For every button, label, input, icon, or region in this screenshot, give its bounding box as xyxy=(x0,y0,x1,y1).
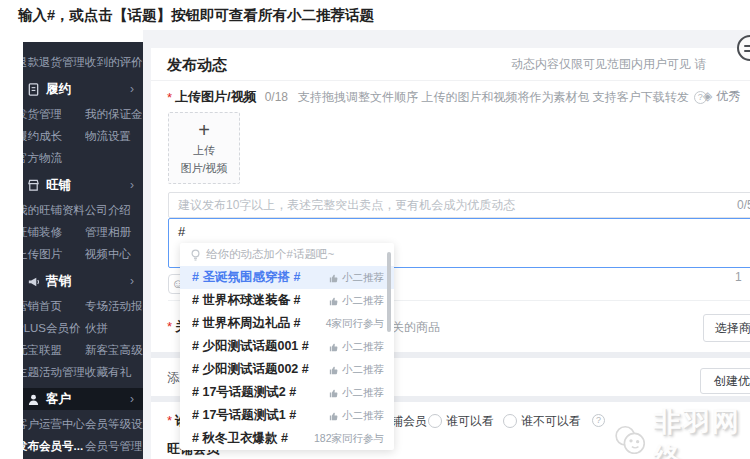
sidebar-item-customer-ops[interactable]: 客户运营中心 xyxy=(23,417,85,432)
sidebar-row: 上传图片 视频中心 xyxy=(23,243,143,265)
sidebar-row: 客户运营中心 会员等级设置 xyxy=(23,413,143,435)
topic-option[interactable]: # 圣诞氛围感穿搭 # 小二推荐 xyxy=(180,266,394,289)
chevron-right-icon: › xyxy=(130,178,134,192)
required-asterisk: * xyxy=(167,314,172,340)
question-circle-icon[interactable]: ? xyxy=(592,414,605,427)
summary-input[interactable]: 建议发布10字以上，表述完整突出卖点，更有机会成为优质动态 0/500 xyxy=(168,192,750,218)
topic-option[interactable]: # 少阳测试话题001 # 小二推荐 xyxy=(180,335,394,358)
radio-who-can-see[interactable] xyxy=(428,414,442,428)
sidebar-item-refund-manage[interactable]: 退款退货管理 xyxy=(23,55,85,70)
watermark: 非羽网络 xyxy=(612,404,750,459)
sidebar-section-shop[interactable]: 旺铺 › xyxy=(23,174,143,196)
sidebar-item-theme-activity[interactable]: 主题活动管理 xyxy=(23,365,85,380)
sidebar-row: 发布会员号... 会员号管理 xyxy=(23,435,143,457)
watermark-logo-icon xyxy=(612,418,650,459)
topic-option[interactable]: # 世界杯周边礼品 # 4家同行参与 xyxy=(180,312,394,335)
sidebar-item-deposit[interactable]: 我的保证金 xyxy=(85,107,143,122)
sidebar-item-shop-decor[interactable]: 旺铺装修 xyxy=(23,225,85,240)
person-icon xyxy=(27,393,40,406)
sidebar-item-album-manage[interactable]: 管理相册 xyxy=(85,225,143,240)
thumb-up-icon xyxy=(329,388,339,398)
sidebar-row: 旺铺装修 管理相册 xyxy=(23,221,143,243)
radio-label-who-cannot-see[interactable]: 谁不可以看 xyxy=(521,408,581,434)
plus-icon: + xyxy=(198,120,210,140)
sidebar-item-member-level[interactable]: 会员等级设置 xyxy=(85,417,143,432)
thumb-up-icon xyxy=(329,365,339,375)
sidebar-item-favorite-gift[interactable]: 收藏有礼 xyxy=(85,365,143,380)
thumb-up-icon xyxy=(329,342,339,352)
content-value: # xyxy=(178,224,185,239)
sidebar-row: 元宝联盟 新客宝高级版 xyxy=(23,339,143,361)
sidebar-item-upload-image[interactable]: 上传图片 xyxy=(23,247,85,262)
sidebar-item-official-logistics[interactable]: 官方物流 xyxy=(23,151,85,166)
sidebar-item-received-reviews[interactable]: 收到的评价 xyxy=(85,55,143,70)
upload-count: 0/18 xyxy=(265,90,288,104)
card-header: 发布动态 动态内容仅限可见范围内用户可见 请 xyxy=(151,48,750,81)
sidebar-item-newcustomer-pro[interactable]: 新客宝高级版 xyxy=(85,343,143,358)
sidebar-row: PLUS会员价 伙拼 xyxy=(23,317,143,339)
sidebar-item-yuanbao-alliance[interactable]: 元宝联盟 xyxy=(23,343,85,358)
thumb-up-icon xyxy=(329,296,339,306)
upload-section-header: * 上传图片/视频 0/18 支持拖拽调整文件顺序 上传的图片和视频将作为素材包… xyxy=(167,88,707,106)
topic-suggestion-dropdown: 给你的动态加个#话题吧~ # 圣诞氛围感穿搭 # 小二推荐 # 世界杯球迷装备 … xyxy=(180,243,394,450)
topic-option[interactable]: # 17号话题测试2 # 小二推荐 xyxy=(180,381,394,404)
chevron-right-icon: › xyxy=(130,392,134,406)
chevron-right-icon: › xyxy=(130,274,134,288)
diamond-icon: ◈ xyxy=(703,89,712,103)
sidebar-nav: 退款退货管理 收到的评价 履约 › 发货管理 我的保证金 履约成长 物流设置 官… xyxy=(23,42,143,459)
topic-option[interactable]: # 少阳测试话题002 # 小二推荐 xyxy=(180,358,394,381)
thumb-up-icon xyxy=(329,411,339,421)
required-asterisk: * xyxy=(167,408,172,434)
upload-hint: 支持拖拽调整文件顺序 上传的图片和视频将作为素材包 支持客户下载转发 xyxy=(298,89,689,106)
upload-box-text: 图片/视频 xyxy=(180,161,227,176)
sidebar-item-company-intro[interactable]: 公司介绍 xyxy=(85,203,143,218)
sidebar-item-event-signup[interactable]: 专场活动报名 xyxy=(85,299,143,314)
excellent-badge[interactable]: ◈优秀 xyxy=(703,88,740,105)
megaphone-icon xyxy=(27,275,40,288)
sidebar-item-logistics-settings[interactable]: 物流设置 xyxy=(85,129,143,144)
dropdown-tip: 给你的动态加个#话题吧~ xyxy=(180,243,394,266)
sidebar-item-fulfillment-growth[interactable]: 履约成长 xyxy=(23,129,85,144)
sidebar-section-marketing[interactable]: 营销 › xyxy=(23,270,143,292)
sidebar-section-customer[interactable]: 客户 › xyxy=(23,388,143,410)
content-char-count: 1 xyxy=(735,270,742,284)
radio-label-who-can-see[interactable]: 谁可以看 xyxy=(446,408,494,434)
sidebar-item-member-account-manage[interactable]: 会员号管理 xyxy=(85,439,143,454)
thumb-up-icon xyxy=(329,273,339,283)
topic-option[interactable]: # 17号话题测试1 # 小二推荐 xyxy=(180,404,394,427)
sidebar-section-fulfillment[interactable]: 履约 › xyxy=(23,78,143,100)
sidebar-section-label: 营销 xyxy=(46,273,71,290)
sidebar-section-label: 旺铺 xyxy=(46,177,71,194)
sidebar-section-label: 客户 xyxy=(46,391,71,408)
contract-icon xyxy=(27,83,40,96)
topic-option[interactable]: # 世界杯球迷装备 # 小二推荐 xyxy=(180,289,394,312)
lightbulb-icon xyxy=(190,249,201,261)
summary-placeholder: 建议发布10字以上，表述完整突出卖点，更有机会成为优质动态 xyxy=(178,193,515,217)
sidebar-item-publish-member-feed[interactable]: 发布会员号... xyxy=(23,439,85,454)
topic-option[interactable]: # 秋冬卫衣爆款 # 182家同行参与 xyxy=(180,427,394,450)
sidebar-item-video-center[interactable]: 视频中心 xyxy=(85,247,143,262)
sidebar-row: 营销首页 专场活动报名 xyxy=(23,295,143,317)
sidebar-row: 发货管理 我的保证金 xyxy=(23,103,143,125)
sidebar-row: 官方物流 xyxy=(23,147,143,169)
dropdown-scrollbar[interactable] xyxy=(387,252,391,332)
sidebar-item-marketing-home[interactable]: 营销首页 xyxy=(23,299,85,314)
sidebar-row: 履约成长 物流设置 xyxy=(23,125,143,147)
sidebar-section-label: 履约 xyxy=(46,81,71,98)
create-coupon-button[interactable]: 创建优惠券 xyxy=(700,368,750,394)
chevron-right-icon: › xyxy=(130,82,134,96)
shop-icon xyxy=(27,179,40,192)
page-title: 发布动态 xyxy=(167,48,227,81)
upload-label: 上传图片/视频 xyxy=(175,88,257,106)
upload-media-button[interactable]: + 上传 图片/视频 xyxy=(168,112,240,184)
sidebar-row: 退款退货管理 收到的评价 xyxy=(23,51,143,73)
radio-who-cannot-see[interactable] xyxy=(503,414,517,428)
sidebar-item-shipping-manage[interactable]: 发货管理 xyxy=(23,107,85,122)
select-product-button[interactable]: 选择商品 xyxy=(703,314,750,342)
sidebar-item-shop-profile[interactable]: 我的旺铺资料 xyxy=(23,203,85,218)
sidebar-row: 主题活动管理 收藏有礼 xyxy=(23,361,143,383)
sidebar-item-plus-price[interactable]: PLUS会员价 xyxy=(23,321,85,336)
watermark-text: 非羽网络 xyxy=(654,404,750,459)
upload-box-text: 上传 xyxy=(193,143,215,158)
sidebar-item-huopin[interactable]: 伙拼 xyxy=(85,321,143,336)
